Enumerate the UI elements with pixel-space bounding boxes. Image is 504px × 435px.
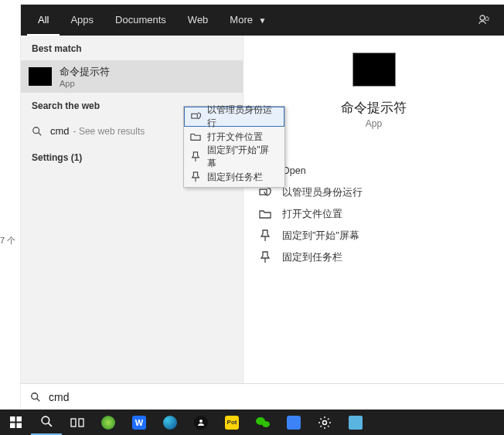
folder-icon xyxy=(259,208,271,220)
svg-rect-15 xyxy=(79,419,83,427)
result-title: 命令提示符 xyxy=(60,65,110,79)
content-area: Best match 命令提示符 App Search the web cmd … xyxy=(21,36,504,383)
svg-line-2 xyxy=(39,132,42,135)
taskbar-app-browser[interactable] xyxy=(93,410,124,435)
svg-point-12 xyxy=(42,416,49,424)
ctx-pin-start-label: 固定到"开始"屏幕 xyxy=(207,144,278,170)
result-text: 命令提示符 App xyxy=(60,65,110,88)
tab-web[interactable]: Web xyxy=(177,5,220,36)
chevron-down-icon: ▼ xyxy=(259,16,267,25)
ctx-open-location-label: 打开文件位置 xyxy=(207,131,263,144)
ctx-pin-taskbar-label: 固定到任务栏 xyxy=(207,171,263,184)
svg-rect-10 xyxy=(10,423,15,429)
preview-subtitle: App xyxy=(366,118,382,129)
taskbar-app-edge[interactable] xyxy=(155,410,186,435)
tab-documents[interactable]: Documents xyxy=(104,5,177,36)
filter-tab-bar: All Apps Documents Web More ▼ xyxy=(21,5,504,36)
ctx-pin-start[interactable]: 固定到"开始"屏幕 xyxy=(184,147,284,167)
svg-point-1 xyxy=(33,127,39,133)
pin-taskbar-icon xyxy=(259,251,271,263)
taskbar-app-wechat[interactable] xyxy=(247,410,278,435)
shield-icon xyxy=(191,111,201,122)
taskbar-search-button[interactable] xyxy=(31,410,62,435)
action-pin-taskbar[interactable]: 固定到任务栏 xyxy=(253,246,495,268)
section-best-match: Best match xyxy=(21,36,243,60)
folder-icon xyxy=(190,131,201,142)
taskbar-app-potplayer[interactable]: Pot xyxy=(216,410,247,435)
taskbar-app-4[interactable] xyxy=(186,410,216,435)
svg-rect-9 xyxy=(16,416,22,422)
taskbar-app-wps[interactable]: W xyxy=(124,410,155,435)
result-command-prompt[interactable]: 命令提示符 App xyxy=(21,60,243,93)
preview-cmd-icon xyxy=(352,53,396,87)
action-run-admin[interactable]: 以管理员身份运行 xyxy=(253,182,495,203)
pin-start-icon xyxy=(190,151,201,162)
feedback-icon[interactable] xyxy=(478,14,490,26)
ctx-run-admin-label: 以管理员身份运行 xyxy=(207,104,278,130)
ctx-run-admin[interactable]: 以管理员身份运行 xyxy=(184,107,284,127)
action-pin-start[interactable]: 固定到"开始"屏幕 xyxy=(253,225,495,246)
svg-point-18 xyxy=(262,421,270,427)
preview-pane: 命令提示符 App Open 以管理员身份运行 xyxy=(243,36,504,383)
result-subtitle: App xyxy=(60,79,110,88)
taskbar-app-7[interactable] xyxy=(278,410,309,435)
shield-icon xyxy=(259,186,271,199)
svg-rect-11 xyxy=(16,423,22,429)
taskbar-app-9[interactable] xyxy=(340,410,371,435)
web-hint: - See web results xyxy=(73,126,145,137)
results-pane: Best match 命令提示符 App Search the web cmd … xyxy=(21,36,243,383)
svg-line-13 xyxy=(48,423,51,427)
search-input[interactable] xyxy=(49,391,495,403)
action-open[interactable]: Open xyxy=(253,160,495,182)
task-view-button[interactable] xyxy=(62,410,93,435)
tab-more[interactable]: More ▼ xyxy=(219,5,277,36)
action-pin-taskbar-label: 固定到任务栏 xyxy=(282,251,342,264)
action-open-label: Open xyxy=(282,165,306,176)
taskbar-settings-button[interactable] xyxy=(309,410,340,435)
taskbar: W Pot xyxy=(0,410,504,435)
search-window: All Apps Documents Web More ▼ Best match… xyxy=(21,5,504,410)
preview-title: 命令提示符 xyxy=(341,99,407,117)
tab-more-label: More xyxy=(230,14,253,25)
svg-point-6 xyxy=(32,393,38,399)
svg-rect-8 xyxy=(10,416,15,422)
start-button[interactable] xyxy=(0,410,31,435)
tab-all[interactable]: All xyxy=(27,5,60,36)
svg-point-0 xyxy=(480,15,485,20)
pin-start-icon xyxy=(259,229,271,242)
svg-line-7 xyxy=(37,398,40,401)
action-pin-start-label: 固定到"开始"屏幕 xyxy=(282,229,359,243)
action-open-location-label: 打开文件位置 xyxy=(282,208,342,221)
background-text: 7 个 xyxy=(0,235,15,246)
tab-apps[interactable]: Apps xyxy=(60,5,104,36)
action-run-admin-label: 以管理员身份运行 xyxy=(282,186,363,199)
svg-rect-14 xyxy=(71,419,76,427)
svg-rect-5 xyxy=(192,114,197,119)
context-menu: 以管理员身份运行 打开文件位置 固定到"开始"屏幕 固定到任务栏 xyxy=(183,106,285,188)
cmd-icon xyxy=(29,67,52,86)
web-query-text: cmd xyxy=(50,125,70,137)
search-icon xyxy=(32,126,43,137)
svg-point-19 xyxy=(323,420,327,424)
action-open-location[interactable]: 打开文件位置 xyxy=(253,203,495,225)
search-icon xyxy=(30,392,41,403)
pin-taskbar-icon xyxy=(190,172,201,182)
svg-point-16 xyxy=(199,420,203,423)
search-bar xyxy=(21,383,504,410)
